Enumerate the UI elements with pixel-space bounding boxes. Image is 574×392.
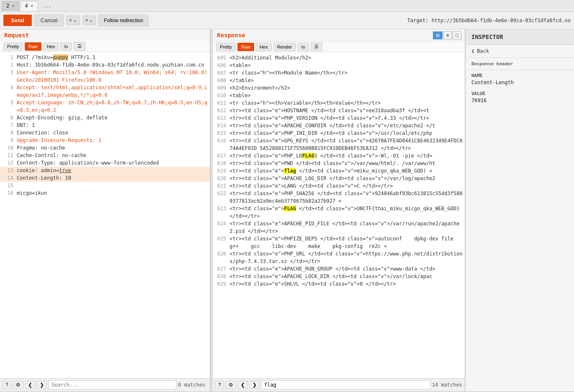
request-raw-btn[interactable]: Raw — [25, 42, 41, 51]
request-menu-btn[interactable]: ☰ — [74, 42, 85, 51]
inspector-title: INSPECTOR — [466, 29, 574, 45]
response-content[interactable]: 605<h2>Additional Modules</h2> 606<table… — [213, 52, 465, 378]
request-line-7: 7DNT: 1 — [0, 121, 210, 129]
request-line-6: 6Accept-Encoding: gzip, deflate — [0, 114, 210, 121]
response-search-next-btn[interactable]: ❯ — [250, 381, 260, 389]
resp-line-625: 625<tr><td class="e">PHPIZE_DEPS </td><t… — [213, 235, 465, 250]
request-search-settings-btn[interactable]: ⚙ — [13, 381, 23, 389]
request-search-bar: ? ⚙ ❮ ❯ 0 matches — [0, 378, 210, 391]
inspector-value-value: 76916 — [471, 98, 568, 103]
response-search-prev-btn[interactable]: ❮ — [238, 381, 248, 389]
request-newline-btn[interactable]: \n — [60, 42, 72, 51]
resp-line-607: 607<tr class="h"><th>Module Name</th></t… — [213, 69, 465, 77]
response-hex-btn[interactable]: Hex — [256, 43, 272, 51]
tab-bar: 2 × 4 × ... — [0, 0, 574, 12]
nav-right-button[interactable]: > ⌄ — [82, 15, 96, 25]
toolbar: Send Cancel < ⌄ > ⌄ Follow redirection T… — [0, 12, 574, 29]
tab-2-label: 2 — [6, 3, 9, 9]
request-title: Request — [0, 29, 210, 41]
request-code: 1POST /?miku=puppy HTTP/1.1 2Host: 3b5bd… — [0, 54, 210, 197]
main-layout: Request Pretty Raw Hex \n ☰ 1POST /?miku… — [0, 29, 574, 391]
inspector-section-label: Response header — [466, 58, 574, 70]
view-buttons: ⊞ ≡ □ — [433, 31, 461, 39]
resp-line-605: 605<h2>Additional Modules</h2> — [213, 54, 465, 62]
inspector-name-label: NAME — [471, 73, 568, 78]
nav-left-button[interactable]: < ⌄ — [66, 15, 80, 25]
response-search-input[interactable] — [261, 380, 430, 389]
resp-line-613: 613<tr><td class="e">PHP_VERSION </td><t… — [213, 114, 465, 122]
request-line-1: 1POST /?miku=puppy HTTP/1.1 — [0, 54, 210, 61]
response-search-settings-btn[interactable]: ⚙ — [226, 381, 236, 389]
request-line-15: 15 — [0, 182, 210, 189]
request-line-11: 11Cache-Control: no-cache — [0, 152, 210, 159]
follow-redirect-button[interactable]: Follow redirection — [98, 15, 149, 26]
view-list-btn[interactable]: ≡ — [443, 31, 452, 39]
request-search-count: 0 matches — [178, 382, 207, 388]
resp-line-608: 608</table> — [213, 77, 465, 84]
resp-line-611: 611<tr class="h"><th>Variable</th><th>Va… — [213, 99, 465, 107]
resp-line-626: 626<tr><td class="e">PHP_URL </td><td cl… — [213, 250, 465, 265]
resp-line-614: 614<tr><td class="e">APACHE_CONFDIR </td… — [213, 122, 465, 129]
response-pretty-btn[interactable]: Pretty — [216, 43, 236, 51]
back-arrow-icon: ❮ — [471, 48, 474, 54]
request-panel: Request Pretty Raw Hex \n ☰ 1POST /?miku… — [0, 29, 210, 391]
view-single-btn[interactable]: □ — [453, 31, 461, 39]
request-line-10: 10Pragma: no-cache — [0, 144, 210, 152]
response-menu-btn[interactable]: ☰ — [311, 42, 322, 51]
target-url: Target: http://3b5bd664-f1db-4e6e-89ca-0… — [407, 18, 571, 23]
inspector-panel: INSPECTOR ❮ Back Response header NAME Co… — [465, 29, 574, 391]
resp-line-615: 615<tr><td class="e">PHP_INI_DIR </td><t… — [213, 129, 465, 137]
tab-2[interactable]: 2 × — [2, 1, 19, 11]
request-pretty-btn[interactable]: Pretty — [3, 42, 23, 51]
request-search-help-btn[interactable]: ? — [3, 381, 11, 389]
inspector-value-label: VALUE — [471, 91, 568, 96]
send-button[interactable]: Send — [3, 15, 32, 26]
response-code: 605<h2>Additional Modules</h2> 606<table… — [213, 54, 465, 288]
cancel-button[interactable]: Cancel — [34, 14, 64, 26]
request-line-13: 13cookie: admin=true — [0, 167, 210, 174]
inspector-name-value: Content-Length — [471, 80, 568, 85]
resp-line-620: 620<tr><td class="e">APACHE_LOG_DIR </td… — [213, 175, 465, 182]
inspector-value-row: VALUE 76916 — [466, 88, 574, 106]
response-search-bar: ? ⚙ ❮ ❯ 14 matches — [213, 378, 465, 391]
response-search-count: 14 matches — [432, 382, 462, 388]
response-render-btn[interactable]: Render — [273, 43, 296, 51]
resp-line-621: 621<tr><td class="e">LANG </td><td class… — [213, 182, 465, 190]
request-line-12: 12Content-Type: application/x-www-form-u… — [0, 159, 210, 167]
resp-line-618: 618<tr><td class="e">PWD </td><td class=… — [213, 160, 465, 167]
response-newline-btn[interactable]: \n — [298, 43, 309, 51]
tab-4[interactable]: 4 × — [20, 1, 38, 11]
request-search-next-btn[interactable]: ❯ — [37, 381, 47, 389]
request-line-5: 5Accept-Language: zh-CN,zh;q=0.8,zh-TW;q… — [0, 99, 210, 114]
tab-4-close[interactable]: × — [31, 3, 33, 9]
resp-line-612: 612<tr><td class="e">HOSTNAME </td><td c… — [213, 107, 465, 114]
request-line-4: 4Accept: text/html,application/xhtml+xml… — [0, 84, 210, 99]
inspector-back-btn[interactable]: ❮ Back — [466, 45, 574, 58]
response-toolbar: Pretty Raw Hex Render \n ☰ — [213, 41, 465, 52]
request-line-14: 14Content-Length: 10 — [0, 174, 210, 182]
resp-line-628: 628<tr><td class="e">APACHE_LOCK_DIR </t… — [213, 273, 465, 280]
response-raw-btn[interactable]: Raw — [237, 43, 254, 51]
request-line-3: 3User-Agent: Mozilla/5.0 (Windows NT 10.… — [0, 69, 210, 84]
request-line-8: 8Connection: close — [0, 129, 210, 137]
request-line-2: 2Host: 3b5bd664-f1db-4e6e-89ca-03cf1dfa6… — [0, 61, 210, 69]
resp-line-629: 629<tr><td class="e">SHLVL </td><td clas… — [213, 280, 465, 288]
request-hex-btn[interactable]: Hex — [43, 42, 59, 51]
resp-line-623: 623<tr><td class="e">FLAG </td><td class… — [213, 205, 465, 220]
response-search-help-btn[interactable]: ? — [215, 381, 224, 389]
resp-line-622: 622<tr><td class="e">PHP_SHA256 </td><td… — [213, 190, 465, 205]
request-search-prev-btn[interactable]: ❮ — [25, 381, 35, 389]
tab-2-close[interactable]: × — [12, 3, 15, 9]
request-search-input[interactable] — [49, 380, 177, 389]
resp-line-624: 624<tr><td class="e">APACHE_PID_FILE </t… — [213, 220, 465, 235]
tab-more[interactable]: ... — [39, 1, 55, 10]
request-toolbar: Pretty Raw Hex \n ☰ — [0, 41, 210, 52]
resp-line-609: 609<h2>Environment</h2> — [213, 84, 465, 92]
tab-4-label: 4 — [25, 3, 28, 9]
view-split-btn[interactable]: ⊞ — [433, 31, 443, 39]
response-panel: Response ⊞ ≡ □ Pretty Raw Hex Render \n … — [213, 29, 465, 391]
resp-line-619: 619<tr><td class="e">flag </td><td class… — [213, 167, 465, 175]
resp-line-616: 616<tr><td class="e">GPG_KEYS </td><td c… — [213, 137, 465, 152]
request-line-16: 16micgo=ikun — [0, 189, 210, 197]
request-content[interactable]: 1POST /?miku=puppy HTTP/1.1 2Host: 3b5bd… — [0, 52, 210, 378]
